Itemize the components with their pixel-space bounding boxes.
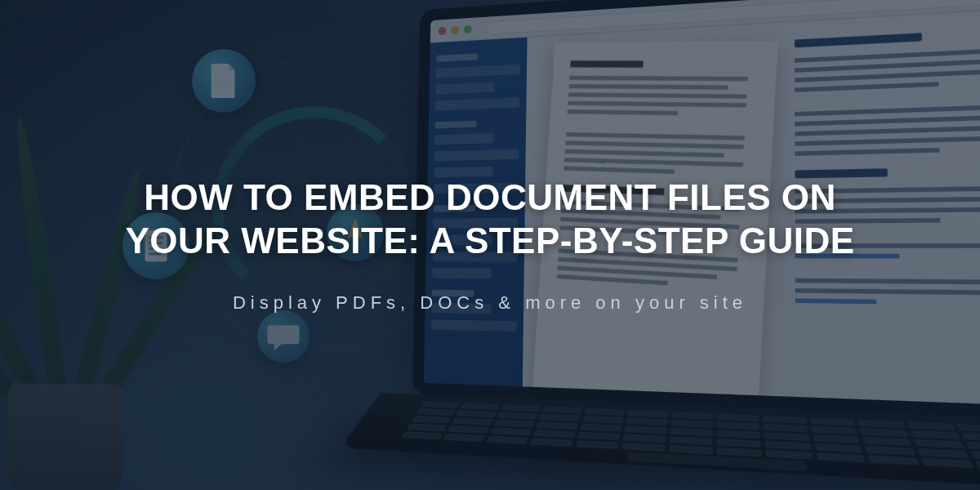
hero-title: HOW TO EMBED DOCUMENT FILES ON YOUR WEBS…	[98, 176, 882, 263]
hero-banner: DEA	[0, 0, 980, 490]
hero-subtitle: Display PDFs, DOCs & more on your site	[233, 292, 747, 314]
hero-copy: HOW TO EMBED DOCUMENT FILES ON YOUR WEBS…	[0, 0, 980, 490]
